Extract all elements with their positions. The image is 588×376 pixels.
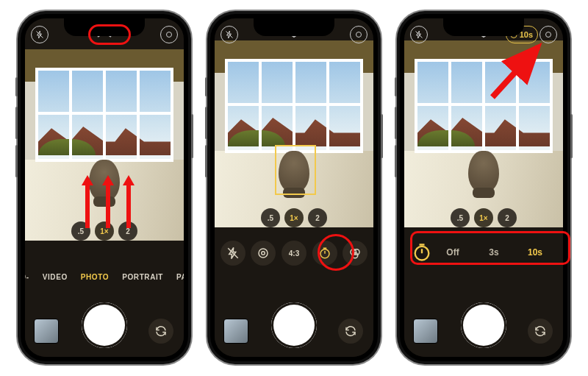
flash-option[interactable] bbox=[220, 241, 245, 266]
switch-camera-button[interactable] bbox=[528, 319, 553, 344]
viewfinder[interactable] bbox=[215, 40, 373, 227]
zoom-level-2[interactable]: 2 bbox=[308, 208, 327, 227]
zoom-level-2[interactable]: 2 bbox=[118, 221, 137, 241]
mode-pano[interactable]: PANO bbox=[176, 273, 184, 289]
shutter-button[interactable] bbox=[461, 302, 506, 348]
timer-icon bbox=[412, 242, 432, 263]
mode-video[interactable]: VIDEO bbox=[43, 273, 68, 289]
last-photo-thumbnail[interactable] bbox=[34, 319, 59, 344]
timer-option[interactable] bbox=[312, 241, 337, 266]
camera-bottom-bar: SLO-MOVIDEOPHOTOPORTRAITPANO bbox=[25, 263, 184, 357]
timer-duration-selector: Off3s10s bbox=[412, 239, 556, 266]
phone-step3: 10s .51×2Off3s10s bbox=[397, 11, 570, 364]
subject-statue bbox=[468, 151, 499, 192]
device-notch bbox=[443, 18, 524, 36]
camera-options-row: 4:3 bbox=[215, 241, 373, 266]
live-photo-toggle[interactable] bbox=[160, 26, 178, 43]
zoom-level-1x[interactable]: 1× bbox=[284, 208, 304, 227]
live-photo-toggle[interactable] bbox=[350, 26, 368, 43]
last-photo-thumbnail[interactable] bbox=[223, 319, 248, 344]
zoom-level-1x[interactable]: 1× bbox=[474, 208, 493, 227]
camera-bottom-bar: Off3s10s bbox=[404, 233, 563, 357]
svg-point-11 bbox=[415, 246, 429, 260]
zoom-selector: .51×2 bbox=[261, 208, 327, 227]
timer-option-10s[interactable]: 10s bbox=[514, 247, 556, 258]
mode-slo-mo[interactable]: SLO-MO bbox=[25, 273, 29, 289]
filters-option[interactable] bbox=[343, 241, 368, 266]
viewfinder[interactable] bbox=[25, 49, 184, 241]
switch-camera-button[interactable] bbox=[148, 319, 173, 344]
switch-camera-button[interactable] bbox=[338, 319, 363, 344]
camera-bottom-bar: 4:3 bbox=[215, 233, 373, 357]
svg-point-4 bbox=[259, 249, 268, 258]
device-notch bbox=[64, 18, 145, 36]
capture-mode-strip[interactable]: SLO-MOVIDEOPHOTOPORTRAITPANO bbox=[25, 273, 184, 289]
svg-point-8 bbox=[353, 252, 359, 258]
zoom-level-5[interactable]: .5 bbox=[451, 208, 470, 227]
live-photo-toggle[interactable] bbox=[539, 26, 557, 43]
zoom-level-2[interactable]: 2 bbox=[498, 208, 517, 227]
zoom-selector: .51×2 bbox=[451, 208, 517, 227]
live-photo-option[interactable] bbox=[251, 241, 276, 266]
viewfinder[interactable] bbox=[404, 40, 563, 227]
phone-step2: .51×24:3 bbox=[207, 11, 381, 364]
zoom-level-1x[interactable]: 1× bbox=[95, 221, 114, 241]
flash-toggle[interactable] bbox=[410, 26, 428, 43]
shutter-button[interactable] bbox=[82, 302, 127, 348]
mode-photo[interactable]: PHOTO bbox=[81, 273, 109, 289]
svg-point-3 bbox=[262, 252, 265, 255]
timer-option-3s[interactable]: 3s bbox=[473, 247, 514, 258]
flash-toggle[interactable] bbox=[220, 26, 238, 43]
zoom-level-5[interactable]: .5 bbox=[261, 208, 280, 227]
flash-toggle[interactable] bbox=[31, 26, 49, 43]
aspect-ratio-option[interactable]: 4:3 bbox=[282, 241, 306, 266]
device-notch bbox=[254, 18, 334, 36]
timer-option-off[interactable]: Off bbox=[432, 247, 473, 258]
last-photo-thumbnail[interactable] bbox=[413, 319, 438, 344]
zoom-selector: .51×2 bbox=[71, 221, 137, 241]
phone-step1: .51×2SLO-MOVIDEOPHOTOPORTRAITPANO bbox=[18, 11, 191, 364]
zoom-level-5[interactable]: .5 bbox=[71, 221, 90, 241]
mode-portrait[interactable]: PORTRAIT bbox=[122, 273, 163, 289]
shutter-button[interactable] bbox=[271, 302, 317, 348]
focus-indicator bbox=[275, 145, 316, 195]
subject-statue bbox=[89, 160, 120, 201]
